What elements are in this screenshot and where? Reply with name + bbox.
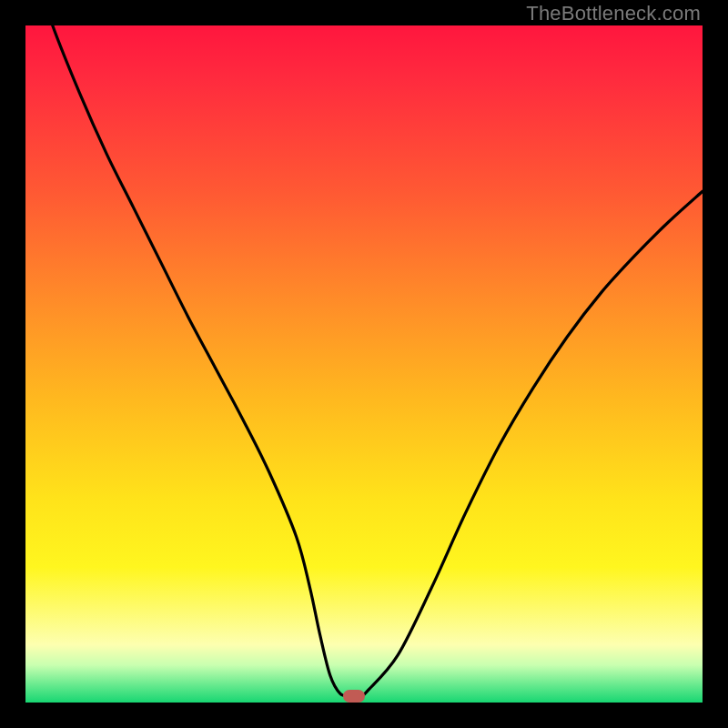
plot-area <box>25 25 703 703</box>
curve-path <box>25 25 703 696</box>
bottleneck-curve <box>25 25 703 703</box>
chart-frame: TheBottleneck.com <box>0 0 728 728</box>
optimum-marker <box>343 690 365 703</box>
watermark-text: TheBottleneck.com <box>526 2 701 25</box>
